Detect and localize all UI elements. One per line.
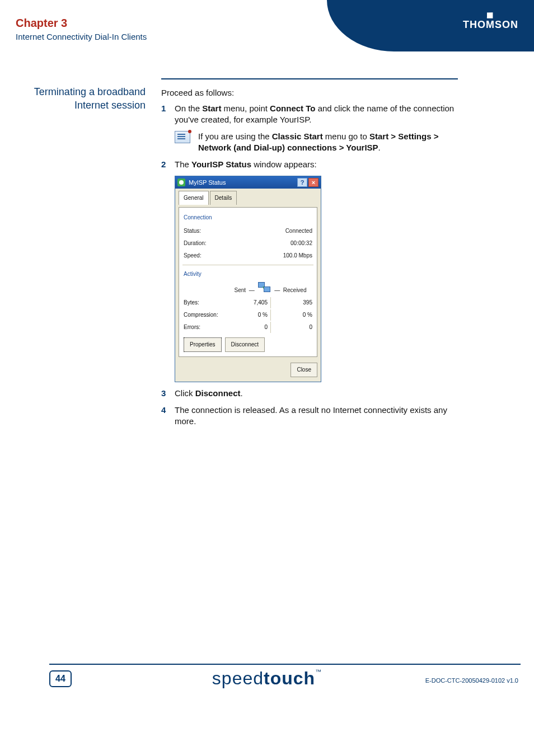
tab-general[interactable]: General <box>179 191 209 205</box>
logo-part1: speed <box>212 668 264 688</box>
bytes-label: Bytes: <box>184 297 228 308</box>
section-side-title: Terminating a broadband Internet session <box>16 85 146 112</box>
help-button[interactable]: ? <box>297 178 307 187</box>
footer-rule <box>49 664 521 665</box>
t: Start <box>202 104 221 113</box>
duration-value: 00:00:32 <box>228 238 312 249</box>
step-number: 2 <box>161 159 175 170</box>
chapter-subtitle: Internet Connectivity Dial-In Clients <box>16 32 147 41</box>
t: YourISP Status <box>191 159 251 169</box>
disconnect-button[interactable]: Disconnect <box>225 337 265 352</box>
step-number: 1 <box>161 103 175 125</box>
speed-value: 100.0 Mbps <box>228 250 312 261</box>
group-connection: Connection <box>184 212 312 223</box>
t: If you are using the <box>198 132 272 141</box>
activity-icon <box>258 282 270 292</box>
connection-icon <box>177 179 185 186</box>
properties-button[interactable]: Properties <box>184 337 222 352</box>
received-label: Received <box>283 287 307 293</box>
status-dialog: MyISP Status ? × General Details Connect… <box>175 176 321 382</box>
section-rule <box>161 78 458 79</box>
sent-label: Sent <box>235 287 246 293</box>
compression-recv: 0 % <box>273 309 312 321</box>
step-1-text: On the Start menu, point Connect To and … <box>175 103 458 125</box>
t: menu go to <box>323 132 369 141</box>
speed-label: Speed: <box>184 250 228 261</box>
note-icon <box>175 131 198 153</box>
t: menu, point <box>221 104 270 113</box>
errors-label: Errors: <box>184 322 228 333</box>
step-number: 4 <box>161 405 175 427</box>
tab-details[interactable]: Details <box>210 191 237 205</box>
t: . <box>378 143 381 152</box>
t: Disconnect <box>195 388 241 398</box>
t: . <box>241 388 243 398</box>
compression-sent: 0 % <box>228 309 268 321</box>
errors-sent: 0 <box>228 322 268 333</box>
close-dialog-button[interactable]: Close <box>291 363 317 377</box>
group-activity: Activity <box>184 269 312 280</box>
close-button[interactable]: × <box>308 178 318 187</box>
bytes-sent: 7,405 <box>228 297 268 308</box>
status-value: Connected <box>228 226 312 237</box>
chapter-title: Chapter 3 <box>16 17 147 30</box>
step-2-text: The YourISP Status window appears: <box>175 159 458 170</box>
doc-id: E-DOC-CTC-20050429-0102 v1.0 <box>425 677 518 684</box>
brand-logo: ◆ THOMSON <box>463 11 518 31</box>
note-text: If you are using the Classic Start menu … <box>198 131 458 153</box>
dialog-title: MyISP Status <box>189 177 226 188</box>
t: window appears: <box>251 159 317 169</box>
step-4-text: The connection is released. As a result … <box>175 405 458 427</box>
t: Click <box>175 388 195 398</box>
intro-text: Proceed as follows: <box>161 87 458 98</box>
t: The <box>175 159 191 169</box>
logo-part2: touch <box>264 668 315 688</box>
status-label: Status: <box>184 226 228 237</box>
logo-tm: ™ <box>315 668 322 675</box>
bytes-recv: 395 <box>273 297 312 308</box>
t: Classic Start <box>272 132 323 141</box>
compression-label: Compression: <box>184 309 228 321</box>
errors-recv: 0 <box>273 322 312 333</box>
t: Connect To <box>270 104 315 113</box>
t: On the <box>175 104 202 113</box>
step-number: 3 <box>161 388 175 399</box>
duration-label: Duration: <box>184 238 228 249</box>
step-3-text: Click Disconnect. <box>175 388 458 399</box>
